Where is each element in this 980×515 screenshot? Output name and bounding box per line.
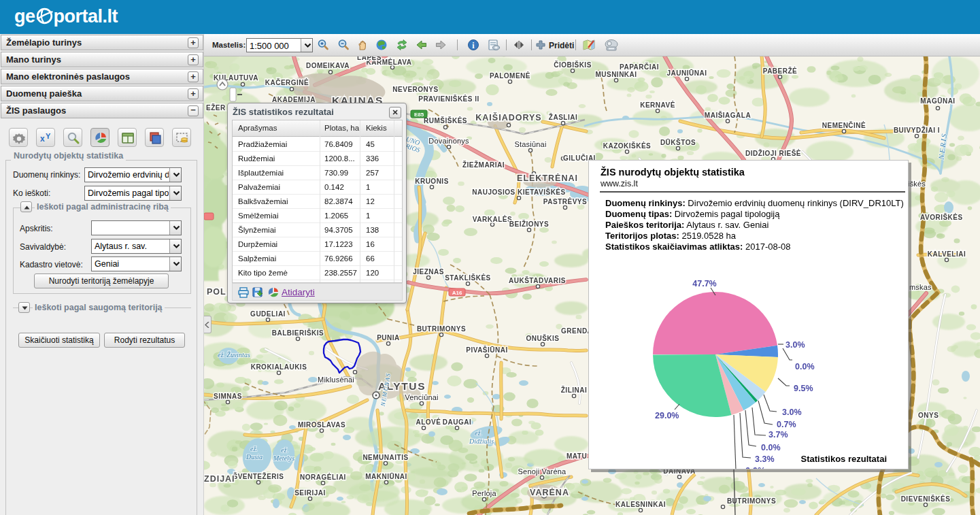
svg-text:0.0%: 0.0% xyxy=(761,443,781,452)
svg-text:0.7%: 0.7% xyxy=(777,420,796,429)
svg-text:iškės: iškės xyxy=(908,180,926,188)
svg-text:JAUNIŪNAI: JAUNIŪNAI xyxy=(667,69,707,77)
svg-text:SEIRIJAI: SEIRIJAI xyxy=(294,489,326,497)
svg-text:KROKIALAUKIS: KROKIALAUKIS xyxy=(251,363,307,371)
svg-text:Stasiūnai: Stasiūnai xyxy=(514,140,546,148)
svg-text:PAPARČIAI: PAPARČIAI xyxy=(620,63,659,71)
svg-text:STAKLIŠKĖS: STAKLIŠKĖS xyxy=(445,273,491,282)
svg-text:A16: A16 xyxy=(452,290,462,296)
svg-text:PIVAŠIŪNAI: PIVAŠIŪNAI xyxy=(466,346,508,354)
svg-text:3.7%: 3.7% xyxy=(768,430,788,439)
svg-text:KRUONIS: KRUONIS xyxy=(415,178,449,185)
svg-text:Didžiulis: Didžiulis xyxy=(469,437,494,445)
svg-text:3.0%: 3.0% xyxy=(785,340,805,350)
svg-text:NEMENČINĖ: NEMENČINĖ xyxy=(822,121,866,129)
svg-text:PUNIA: PUNIA xyxy=(377,334,400,342)
svg-text:9.5%: 9.5% xyxy=(794,384,813,393)
svg-text:ež. Žuvintas: ež. Žuvintas xyxy=(218,351,250,359)
svg-text:ONUŠKIS: ONUŠKIS xyxy=(526,334,559,342)
svg-text:JIEZNAS: JIEZNAS xyxy=(413,268,444,276)
svg-text:VARKALĖS: VARKALĖS xyxy=(473,215,512,223)
svg-text:47.7%: 47.7% xyxy=(692,279,716,288)
svg-text:RUMŠIŠKĖS: RUMŠIŠKĖS xyxy=(424,116,467,124)
svg-text:DOMEIKAVA: DOMEIKAVA xyxy=(306,62,350,69)
svg-text:KAIŠIADORYS: KAIŠIADORYS xyxy=(475,112,541,122)
svg-text:mskas: mskas xyxy=(909,283,932,291)
svg-text:POL: POL xyxy=(207,287,226,297)
svg-text:Perloja: Perloja xyxy=(472,489,496,497)
svg-text:0.0%: 0.0% xyxy=(745,465,766,469)
svg-text:DIEVENIŠKĖS: DIEVENIŠKĖS xyxy=(901,495,951,503)
svg-text:ež.: ež. xyxy=(475,429,482,437)
svg-text:3.3%: 3.3% xyxy=(755,454,775,464)
svg-text:KALESNINKAI: KALESNINKAI xyxy=(615,501,666,508)
svg-text:BEIŽIONYS: BEIŽIONYS xyxy=(509,220,549,228)
svg-text:ALOVĖ: ALOVĖ xyxy=(416,418,441,426)
svg-text:NAUJOSIOS KIETAVIŠKĖS: NAUJOSIOS KIETAVIŠKĖS xyxy=(472,188,565,196)
svg-text:PALOMENĖ: PALOMENĖ xyxy=(490,71,530,80)
svg-text:LAPĖS: LAPĖS xyxy=(357,56,382,61)
svg-text:MATU: MATU xyxy=(567,452,587,460)
svg-text:ZDIJAI: ZDIJAI xyxy=(204,474,235,484)
svg-text:GUDELIAI: GUDELIAI xyxy=(250,310,286,318)
svg-text:MAGŪNAI: MAGŪNAI xyxy=(920,97,955,105)
svg-text:0.0%: 0.0% xyxy=(747,469,766,469)
svg-text:Miklusėnai: Miklusėnai xyxy=(318,376,354,384)
svg-text:x: x xyxy=(40,134,45,144)
svg-text:NORAGĖLIAI: NORAGĖLIAI xyxy=(300,473,346,481)
svg-text:MIROSLAVAS: MIROSLAVAS xyxy=(298,421,345,429)
svg-text:PABERŽĖ: PABERŽĖ xyxy=(763,67,798,75)
svg-text:DŪKŠTOS: DŪKŠTOS xyxy=(660,138,696,146)
svg-text:Y: Y xyxy=(46,132,51,140)
svg-text:E85: E85 xyxy=(414,112,424,118)
svg-text:MAKNIŪNAI: MAKNIŪNAI xyxy=(365,473,407,480)
svg-text:BUTRIMONYS: BUTRIMONYS xyxy=(417,325,466,333)
svg-text:NEVERONYS: NEVERONYS xyxy=(392,86,438,93)
svg-text:Dovainonys: Dovainonys xyxy=(428,137,469,145)
svg-text:MUSNINKAI: MUSNINKAI xyxy=(595,71,637,78)
svg-text:Senoji Varėna: Senoji Varėna xyxy=(518,467,567,476)
svg-text:ež.: ež. xyxy=(281,446,288,454)
svg-text:ŽASLIAI: ŽASLIAI xyxy=(549,113,577,121)
svg-text:DIDŽIOJI RIEŠĖ: DIDŽIOJI RIEŠĖ xyxy=(745,149,801,157)
svg-text:BALBIERIŠKIS: BALBIERIŠKIS xyxy=(272,329,324,337)
svg-text:PASTRĖVYS: PASTRĖVYS xyxy=(543,197,587,205)
svg-text:DAUGAI: DAUGAI xyxy=(443,418,471,426)
svg-text:KAZOKIŠKĖS: KAZOKIŠKĖS xyxy=(603,142,652,150)
svg-text:ŽILINAI: ŽILINAI xyxy=(561,386,588,394)
svg-text:3.0%: 3.0% xyxy=(782,408,802,417)
svg-text:ELEKTRĖNAI: ELEKTRĖNAI xyxy=(517,173,578,183)
svg-text:MAIŠIAGALA: MAIŠIAGALA xyxy=(705,111,751,119)
svg-text:ČIOBIŠKIS: ČIOBIŠKIS xyxy=(554,61,592,69)
svg-text:VARĖNA: VARĖNA xyxy=(530,487,569,497)
svg-text:KAČERGINĖ: KAČERGINĖ xyxy=(265,78,309,86)
svg-text:AVORIŠKĖS: AVORIŠKĖS xyxy=(920,213,963,221)
svg-text:ŠVENTEŽERIS: ŠVENTEŽERIS xyxy=(233,472,284,480)
svg-text:0.0%: 0.0% xyxy=(795,362,815,371)
svg-text:Venciūnai: Venciūnai xyxy=(405,393,439,401)
svg-text:ONYS: ONYS xyxy=(918,412,939,419)
svg-text:ŽIEŽMARIAI: ŽIEŽMARIAI xyxy=(462,161,505,169)
svg-text:Metelys: Metelys xyxy=(273,454,294,462)
svg-text:Dusia: Dusia xyxy=(246,453,263,461)
svg-text:KALVELIAI: KALVELIAI xyxy=(928,250,966,258)
svg-text:ež.: ež. xyxy=(250,445,258,452)
svg-text:29.0%: 29.0% xyxy=(655,411,679,420)
svg-text:NEMUNAITIS: NEMUNAITIS xyxy=(362,454,408,461)
svg-text:AUKŠTADVARIS: AUKŠTADVARIS xyxy=(509,276,566,284)
svg-text:PRAVIENIŠKĖS II: PRAVIENIŠKĖS II xyxy=(418,95,479,103)
svg-text:KERNAVĖ: KERNAVĖ xyxy=(640,101,675,109)
svg-text:EŽER: EŽER xyxy=(206,103,226,112)
svg-text:SIMNAS: SIMNAS xyxy=(214,393,242,400)
svg-text:BUIVYDŽIAI I: BUIVYDŽIAI I xyxy=(894,126,940,134)
